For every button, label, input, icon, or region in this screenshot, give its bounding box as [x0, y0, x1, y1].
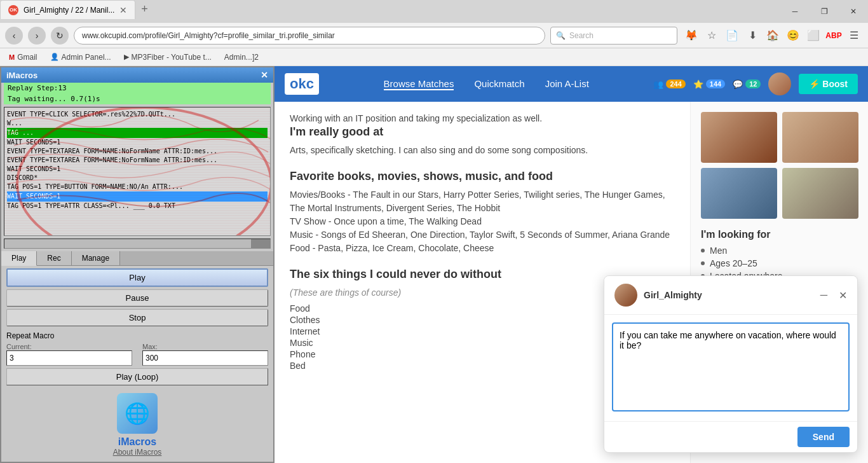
- bookmark-misc[interactable]: Admin...]2: [220, 52, 262, 63]
- url-bar[interactable]: www.okcupid.com/profile/Girl_Almighty?cf…: [74, 27, 545, 45]
- messages-count: 12: [745, 79, 761, 88]
- repeat-max-group: Max:: [142, 343, 268, 366]
- message-avatar: [614, 284, 637, 307]
- imacros-script-area[interactable]: EVENT TYPE=CLICK SELECTOR=.res%22%7D.QUT…: [4, 107, 271, 236]
- script-line: WAIT SECONDS=1: [7, 165, 268, 174]
- search-bar[interactable]: 🔍 Search: [550, 27, 677, 45]
- tv-text: TV Show - Once upon a time, The Walking …: [290, 215, 675, 228]
- firefox-icon[interactable]: 🦊: [682, 27, 700, 45]
- search-icon: 🔍: [556, 31, 566, 40]
- script-line: EVENT TYPE=TEXTAREA FORM=NAME:NoFormName…: [7, 156, 268, 165]
- friends-badge[interactable]: 👥 244: [653, 79, 685, 89]
- imacros-controls: Play Pause Stop: [1, 266, 273, 329]
- script-content: EVENT TYPE=CLICK SELECTOR=.res%22%7D.QUT…: [4, 107, 270, 213]
- imacros-repeat-section: Repeat Macro: [1, 329, 273, 343]
- good-at-section: I'm really good at Arts, specifically sk…: [290, 125, 675, 157]
- food-text: Food - Pasta, Pizza, Ice Cream, Chocolat…: [290, 242, 675, 255]
- friends-icon: 👥: [653, 79, 663, 89]
- imacros-title: iMacros: [6, 71, 37, 80]
- repeat-current-group: Current:: [6, 343, 132, 366]
- nav-browse-matches[interactable]: Browse Matches: [384, 78, 454, 90]
- message-footer: Send: [604, 421, 857, 452]
- home-icon[interactable]: 🏠: [764, 27, 782, 45]
- imacros-tab-manage[interactable]: Manage: [72, 251, 120, 265]
- scrollbar-thumb[interactable]: [251, 239, 270, 248]
- imacros-close-button[interactable]: ✕: [261, 70, 268, 80]
- imacros-logo: 🌐 iMacros About iMacros: [1, 388, 273, 462]
- current-input[interactable]: [6, 350, 132, 366]
- user-avatar[interactable]: [768, 73, 791, 95]
- message-textarea[interactable]: If you can take me anywhere on vacation,…: [612, 322, 850, 411]
- url-text: www.okcupid.com/profile/Girl_Almighty?cf…: [82, 31, 537, 40]
- sidebar-photo-2[interactable]: [782, 112, 858, 163]
- imacros-status: Replay Step:13: [4, 83, 271, 93]
- new-tab-button[interactable]: +: [135, 0, 153, 18]
- play-loop-button[interactable]: Play (Loop): [6, 368, 268, 385]
- okc-nav: Browse Matches Quickmatch Join A-List: [334, 78, 639, 90]
- menu-button[interactable]: ☰: [845, 27, 863, 45]
- script-line: TAG POS=1 TYPE=ATTR CLASS=<Pl... ___ 0.0…: [7, 202, 268, 211]
- nav-quickmatch[interactable]: Quickmatch: [474, 78, 524, 90]
- download-icon[interactable]: ⬇: [743, 27, 761, 45]
- address-bar: ‹ › ↻ www.okcupid.com/profile/Girl_Almig…: [0, 23, 868, 48]
- script-line: EVENT TYPE=CLICK SELECTOR=.res%22%7D.QUT…: [7, 110, 268, 119]
- reader-icon[interactable]: 📄: [723, 27, 741, 45]
- imacros-titlebar: iMacros ✕: [1, 67, 273, 83]
- star-icon[interactable]: ☆: [703, 27, 721, 45]
- smiley-icon[interactable]: 😊: [784, 27, 802, 45]
- repeat-macro-label: Repeat Macro: [6, 331, 54, 340]
- imacros-tab-rec[interactable]: Rec: [37, 251, 71, 265]
- message-body: If you can take me anywhere on vacation,…: [604, 315, 857, 421]
- script-line: WAIT SECONDS=1: [7, 138, 268, 147]
- favorites-section: Favorite books, movies, shows, music, an…: [290, 170, 675, 255]
- bullet-icon: [701, 249, 705, 252]
- tab-close-button[interactable]: ✕: [119, 5, 127, 15]
- play-button[interactable]: Play: [6, 268, 268, 287]
- stop-button[interactable]: Stop: [6, 309, 268, 326]
- adblock-icon[interactable]: ABP: [825, 27, 843, 45]
- bookmark-mp3[interactable]: ▶ MP3Fiber - YouTube t...: [120, 52, 215, 63]
- send-button[interactable]: Send: [797, 427, 850, 447]
- stars-count: 144: [706, 79, 725, 88]
- admin-icon: 👤: [50, 53, 59, 61]
- active-tab[interactable]: OK Girl_Almighty / 22 / Manil... ✕: [0, 0, 135, 19]
- imacros-tab-play[interactable]: Play: [1, 251, 37, 266]
- minimize-button[interactable]: ─: [780, 0, 810, 23]
- back-button[interactable]: ‹: [5, 27, 23, 45]
- sidebar-photo-3[interactable]: [701, 168, 777, 219]
- message-minimize-button[interactable]: ─: [820, 289, 827, 301]
- stars-badge[interactable]: ⭐ 144: [693, 79, 725, 89]
- sidebar-photo-4[interactable]: [782, 168, 858, 219]
- script-scrollbar[interactable]: [4, 238, 271, 249]
- favorites-title: Favorite books, movies, shows, music, an…: [290, 170, 675, 183]
- refresh-button[interactable]: ↻: [51, 27, 69, 45]
- script-line: DISCORD*: [7, 174, 268, 183]
- max-label: Max:: [142, 343, 268, 350]
- current-label: Current:: [6, 343, 132, 350]
- sidebar-photo-1[interactable]: [701, 112, 777, 163]
- bookmark-admin[interactable]: 👤 Admin Panel...: [46, 52, 115, 63]
- maximize-button[interactable]: ❐: [810, 0, 839, 23]
- message-header: Girl_Almighty ─ ✕: [604, 276, 857, 315]
- nav-join-alist[interactable]: Join A-List: [545, 78, 589, 90]
- bookmark-gmail[interactable]: M Gmail: [5, 52, 41, 63]
- messages-badge[interactable]: 💬 12: [733, 79, 761, 89]
- boost-button[interactable]: ⚡ Boost: [799, 74, 858, 94]
- close-button[interactable]: ✕: [839, 0, 868, 23]
- imacros-about-link[interactable]: About iMacros: [113, 448, 162, 457]
- message-close-button[interactable]: ✕: [839, 289, 847, 301]
- toolbar-icons: 🦊 ☆ 📄 ⬇ 🏠 😊 ⬜ ABP ☰: [682, 27, 863, 45]
- looking-for-item: Ages 20–25: [701, 258, 858, 268]
- script-line: EVENT TYPE=TEXTAREA FORM=NAME:NoFormName…: [7, 147, 268, 156]
- forward-button[interactable]: ›: [28, 27, 46, 45]
- okc-logo[interactable]: okc: [285, 73, 319, 95]
- max-input[interactable]: [142, 350, 268, 366]
- looking-for-item: Men: [701, 245, 858, 256]
- pause-button[interactable]: Pause: [6, 289, 268, 307]
- imacros-tag-waiting: Tag waiting... 0.7(1)s: [4, 93, 271, 104]
- pocket-icon[interactable]: ⬜: [804, 27, 822, 45]
- sidebar-photos: [701, 112, 858, 219]
- script-line: W...: [7, 119, 268, 128]
- script-line-blue: WAIT SECONDS=1: [7, 191, 268, 202]
- profile-intro: Working with an IT position and taking m…: [290, 112, 675, 125]
